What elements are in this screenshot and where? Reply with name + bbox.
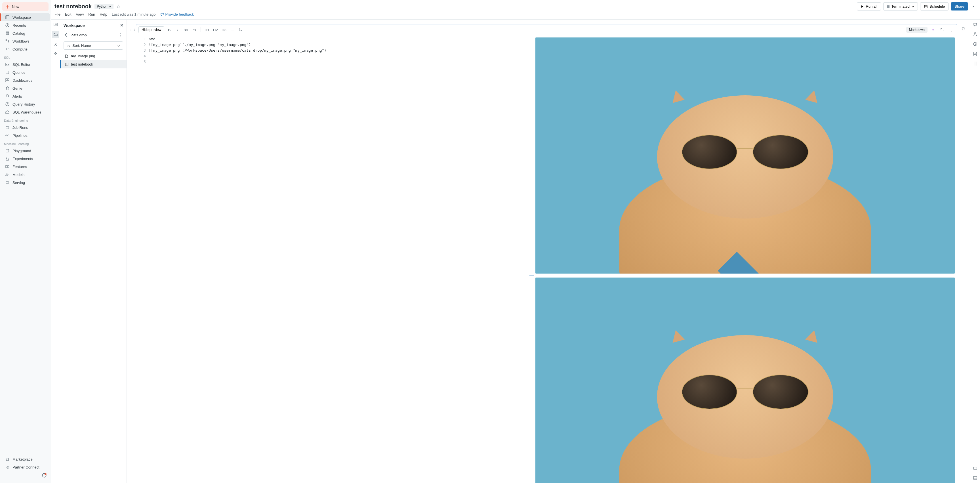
left-tool-column xyxy=(51,19,60,483)
main: test notebook Python ☆ Run all Terminate… xyxy=(51,0,980,483)
sidebar-item-compute[interactable]: Compute xyxy=(1,45,50,53)
svg-point-26 xyxy=(8,466,9,467)
compute-status-button[interactable]: Terminated xyxy=(883,2,918,11)
code-lines: %md ![my_image.png](./my_image.png "my_i… xyxy=(149,36,530,483)
revisions-icon[interactable] xyxy=(973,42,977,46)
svg-rect-20 xyxy=(8,166,9,168)
svg-rect-48 xyxy=(974,477,977,479)
menu-view[interactable]: View xyxy=(76,12,84,16)
bullet-list-button[interactable] xyxy=(229,26,236,33)
sidebar-item-features[interactable]: Features xyxy=(1,163,50,171)
sidebar-label: Queries xyxy=(13,70,25,75)
sidebar-item-warehouses[interactable]: SQL Warehouses xyxy=(1,108,50,116)
comments-icon[interactable] xyxy=(973,22,977,27)
italic-button[interactable]: I xyxy=(174,26,181,33)
sidebar-label: Partner Connect xyxy=(13,465,40,469)
chevron-down-icon xyxy=(117,44,120,47)
right-rail: {x} ||| xyxy=(970,19,980,483)
new-button[interactable]: New xyxy=(2,2,49,11)
menu-run[interactable]: Run xyxy=(88,12,95,16)
sidebar-item-models[interactable]: Models xyxy=(1,171,50,179)
variables-icon[interactable]: {x} xyxy=(973,51,977,56)
expand-icon[interactable] xyxy=(938,26,946,33)
code-editor[interactable]: 1 2 3 4 5 %md ![my_im xyxy=(136,35,530,483)
svg-text:2: 2 xyxy=(239,30,240,31)
collapse-toggle[interactable] xyxy=(970,3,977,10)
hide-preview-button[interactable]: Hide preview xyxy=(138,26,164,33)
sidebar-item-alerts[interactable]: Alerts xyxy=(1,92,50,100)
chevron-up-icon xyxy=(972,5,975,8)
h1-button[interactable]: H1 xyxy=(203,26,210,33)
pane-divider[interactable]: — xyxy=(530,35,533,483)
notebook-body: ⋮⋮ Hide preview B I <> H1 H2 xyxy=(127,19,970,483)
sidebar-item-sql-editor[interactable]: SQL Editor xyxy=(1,61,50,69)
sidebar-item-catalog[interactable]: Catalog xyxy=(1,29,50,37)
sidebar-item-workflows[interactable]: Workflows xyxy=(1,37,50,45)
language-selector[interactable]: Python xyxy=(94,4,113,10)
sidebar-item-playground[interactable]: Playground xyxy=(1,147,50,155)
cell-side-actions xyxy=(959,24,967,483)
sidebar-label: Pipelines xyxy=(13,133,27,138)
sort-dropdown[interactable]: Sort: Name xyxy=(64,41,123,49)
menu-help[interactable]: Help xyxy=(100,12,107,16)
sidebar-item-query-history[interactable]: Query History xyxy=(1,100,50,108)
experiments-icon[interactable] xyxy=(973,32,977,37)
sort-label: Sort: Name xyxy=(72,43,91,48)
code-button[interactable]: <> xyxy=(183,26,190,33)
last-edit-link[interactable]: Last edit was 1 minute ago xyxy=(112,12,156,16)
mode-badge[interactable]: Markdown xyxy=(906,27,928,33)
tool-assistant-icon[interactable] xyxy=(53,51,58,56)
shortcuts-icon[interactable] xyxy=(973,466,977,470)
columns-icon[interactable]: ||| xyxy=(974,61,977,65)
svg-point-15 xyxy=(6,135,7,136)
sidebar-label: Dashboards xyxy=(13,78,32,83)
svg-rect-18 xyxy=(6,149,9,152)
h2-button[interactable]: H2 xyxy=(212,26,219,33)
sidebar-item-job-runs[interactable]: Job Runs xyxy=(1,123,50,131)
sidebar-label: Playground xyxy=(13,149,31,153)
sidebar-item-serving[interactable]: Serving xyxy=(1,179,50,187)
serving-icon xyxy=(5,180,10,185)
sidebar-item-partner[interactable]: Partner Connect xyxy=(1,463,50,471)
workspace-path[interactable]: cats drop xyxy=(72,33,115,37)
drag-handle-icon[interactable]: ⋮⋮ xyxy=(129,24,134,483)
feedback-link[interactable]: Provide feedback xyxy=(160,12,194,16)
back-arrow-icon[interactable] xyxy=(64,32,68,37)
bold-button[interactable]: B xyxy=(165,26,173,33)
new-button-label: New xyxy=(12,5,19,9)
h3-button[interactable]: H3 xyxy=(220,26,228,33)
delete-cell-icon[interactable] xyxy=(961,26,966,31)
sidebar-item-dashboards[interactable]: Dashboards xyxy=(1,77,50,84)
star-icon[interactable]: ☆ xyxy=(116,4,120,9)
numbered-list-button[interactable]: 12 xyxy=(237,26,245,33)
section-de: Data Engineering xyxy=(0,116,51,123)
sidebar-item-pipelines[interactable]: Pipelines xyxy=(1,131,50,139)
sidebar-item-experiments[interactable]: Experiments xyxy=(1,155,50,163)
activity-icon[interactable] xyxy=(40,471,49,480)
close-icon[interactable]: × xyxy=(120,22,123,29)
panel-icon[interactable] xyxy=(973,476,977,480)
sparkle-icon[interactable]: ✦ xyxy=(929,26,937,33)
svg-rect-9 xyxy=(6,71,9,74)
kebab-icon[interactable]: ⋮ xyxy=(947,26,955,33)
sidebar-item-genie[interactable]: Genie xyxy=(1,84,50,92)
link-button[interactable] xyxy=(191,26,198,33)
svg-rect-0 xyxy=(6,16,9,19)
share-button[interactable]: Share xyxy=(951,2,968,11)
schedule-button[interactable]: Schedule xyxy=(920,2,948,11)
tool-schema-icon[interactable] xyxy=(53,42,58,48)
file-item[interactable]: my_image.png xyxy=(60,52,127,60)
kebab-icon[interactable]: ⋮ xyxy=(118,32,123,38)
notebook-title[interactable]: test notebook xyxy=(54,3,92,10)
menu-edit[interactable]: Edit xyxy=(65,12,71,16)
tool-toc-icon[interactable] xyxy=(53,22,58,27)
run-all-button[interactable]: Run all xyxy=(857,2,881,11)
sidebar-item-recents[interactable]: Recents xyxy=(1,21,50,29)
tool-folder-icon[interactable] xyxy=(52,31,59,38)
sidebar-item-workspace[interactable]: Workspace xyxy=(1,13,50,21)
sidebar-item-queries[interactable]: Queries xyxy=(1,69,50,77)
section-sql: SQL xyxy=(0,53,51,61)
menu-file[interactable]: File xyxy=(54,12,60,16)
file-item[interactable]: test notebook xyxy=(60,60,127,69)
sidebar-item-marketplace[interactable]: Marketplace xyxy=(1,455,50,463)
